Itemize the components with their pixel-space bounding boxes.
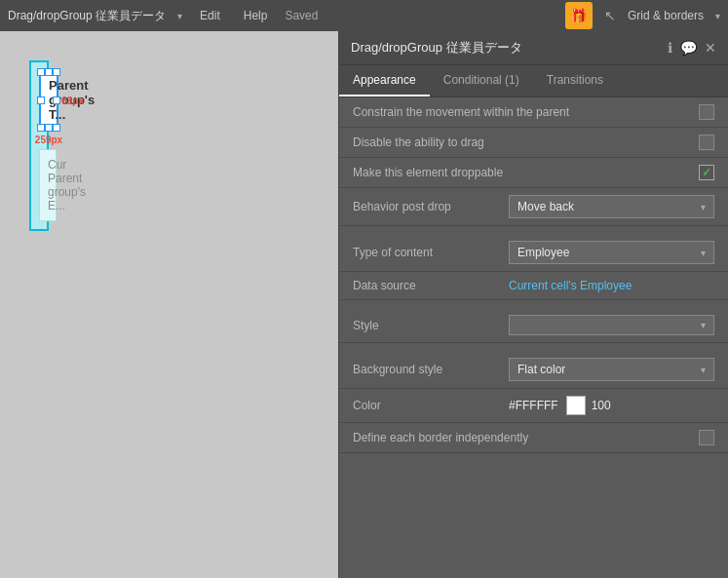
border-checkbox[interactable] [699, 430, 714, 445]
panel-content: Constrain the movement within the parent… [339, 97, 728, 578]
selection-handle sh-tr [53, 68, 60, 76]
main-area: Parent group's T... 259px 63px Cur Paren… [0, 31, 728, 578]
selection-handle sh-tl [37, 68, 45, 76]
bg-style-value: Flat color [517, 363, 565, 376]
right-panel: Drag/dropGroup 従業員データ ℹ 💬 ✕ Appearance C… [338, 31, 728, 578]
saved-status: Saved [285, 9, 318, 22]
droppable-row: Make this element droppable ✓ [339, 158, 728, 188]
color-label: Color [353, 399, 509, 412]
style-row: Style ▾ [339, 308, 728, 343]
canvas: Parent group's T... 259px 63px Cur Paren… [0, 31, 338, 578]
style-arrow: ▾ [701, 320, 706, 330]
type-content-control: Employee ▾ [509, 241, 714, 264]
tab-conditional[interactable]: Conditional (1) [430, 65, 533, 96]
bg-style-label: Background style [353, 363, 509, 376]
selection-handle sh-tc [45, 68, 53, 76]
spacer-1 [339, 226, 728, 234]
type-content-label: Type of content [353, 246, 509, 259]
type-content-arrow: ▾ [701, 248, 706, 258]
bg-style-arrow: ▾ [701, 365, 706, 375]
data-source-link[interactable]: Current cell's Employee [509, 279, 632, 292]
panel-title: Drag/dropGroup 従業員データ [351, 39, 522, 57]
bg-style-row: Background style Flat color ▾ [339, 351, 728, 389]
behavior-dropdown-arrow: ▾ [701, 202, 706, 212]
data-source-row: Data source Current cell's Employee [339, 272, 728, 300]
border-label: Define each border independently [353, 431, 699, 444]
panel-header: Drag/dropGroup 従業員データ ℹ 💬 ✕ [339, 31, 728, 65]
behavior-control: Move back ▾ [509, 195, 714, 218]
drag-drop-text: Cur Parent group's E... [48, 158, 86, 212]
cursor-icon: ↖ [604, 8, 616, 23]
edit-menu[interactable]: Edit [194, 7, 226, 24]
selection-handle sh-bc [45, 124, 53, 132]
app-title: Drag/dropGroup 従業員データ [8, 8, 166, 24]
tab-appearance[interactable]: Appearance [339, 65, 430, 96]
chat-icon[interactable]: 💬 [680, 40, 697, 56]
behavior-label: Behavior post drop [353, 200, 509, 213]
constrain-checkbox[interactable] [699, 104, 714, 120]
bg-style-dropdown[interactable]: Flat color ▾ [509, 358, 714, 381]
spacer-3 [339, 343, 728, 351]
info-icon[interactable]: ℹ [668, 40, 672, 56]
drag-drop-box: Cur Parent group's E... [39, 149, 57, 221]
parent-group-title: Parent group's T... 259px 63px [39, 70, 58, 130]
width-label: 259px [35, 135, 62, 145]
behavior-value: Move back [517, 200, 574, 213]
droppable-label: Make this element droppable [353, 166, 699, 179]
close-icon[interactable]: ✕ [705, 40, 716, 56]
bg-style-control: Flat color ▾ [509, 358, 714, 381]
selection-handle sh-bl [37, 124, 45, 132]
disable-drag-label: Disable the ability to drag [353, 135, 699, 149]
opacity-value: 100 [592, 399, 611, 412]
grid-borders[interactable]: Grid & borders [628, 9, 704, 22]
color-hex-value: #FFFFFF [509, 399, 558, 412]
selection-handle sh-mr [53, 96, 60, 104]
selection-handle sh-ml [37, 96, 45, 104]
style-label: Style [353, 319, 509, 332]
height-label: 63px [61, 95, 84, 105]
data-source-label: Data source [353, 279, 509, 292]
tabs: Appearance Conditional (1) Transitions [339, 65, 728, 97]
behavior-row: Behavior post drop Move back ▾ [339, 188, 728, 226]
gift-icon[interactable]: 🎁 [565, 2, 593, 29]
checkmark-icon: ✓ [702, 166, 711, 179]
disable-drag-checkbox[interactable] [699, 135, 714, 150]
spacer-2 [339, 300, 728, 308]
help-menu[interactable]: Help [238, 7, 274, 24]
tab-transitions[interactable]: Transitions [533, 65, 617, 96]
style-control: ▾ [509, 315, 714, 335]
top-bar: Drag/dropGroup 従業員データ ▾ Edit Help Saved … [0, 0, 728, 31]
droppable-checkbox[interactable]: ✓ [699, 165, 714, 180]
parent-group-box: Parent group's T... 259px 63px Cur Paren… [29, 60, 49, 231]
data-source-control: Current cell's Employee [509, 279, 714, 292]
constrain-row: Constrain the movement within the parent [339, 97, 728, 128]
style-dropdown[interactable]: ▾ [509, 315, 714, 335]
color-control: #FFFFFF 100 [509, 396, 714, 415]
behavior-dropdown[interactable]: Move back ▾ [509, 195, 714, 218]
title-arrow: ▾ [177, 11, 182, 21]
color-swatch[interactable] [566, 396, 586, 415]
border-row: Define each border independently [339, 423, 728, 453]
selection-handle sh-br [53, 124, 60, 132]
type-content-value: Employee [517, 246, 569, 259]
panel-icons: ℹ 💬 ✕ [668, 40, 716, 56]
type-content-dropdown[interactable]: Employee ▾ [509, 241, 714, 264]
grid-arrow: ▾ [715, 11, 720, 21]
type-content-row: Type of content Employee ▾ [339, 234, 728, 272]
constrain-label: Constrain the movement within the parent [353, 105, 699, 119]
disable-drag-row: Disable the ability to drag [339, 128, 728, 158]
color-row: Color #FFFFFF 100 [339, 389, 728, 423]
